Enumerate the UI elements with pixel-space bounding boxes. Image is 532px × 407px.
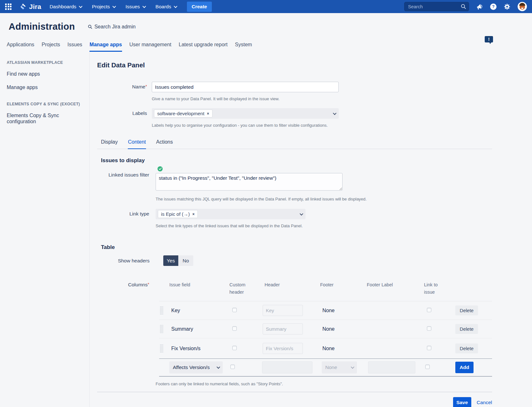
footer-value: None bbox=[320, 326, 366, 332]
jql-filter-textarea[interactable]: status in ("In Progress", "Under Test", … bbox=[156, 173, 343, 191]
footer-label-input-empty[interactable] bbox=[368, 361, 415, 373]
save-button[interactable]: Save bbox=[453, 397, 471, 407]
jira-logo[interactable]: Jira bbox=[19, 3, 41, 11]
chevron-down-icon bbox=[173, 4, 177, 8]
search-icon bbox=[88, 25, 92, 29]
toggle-yes[interactable]: Yes bbox=[163, 255, 178, 266]
jira-mark-icon bbox=[19, 3, 27, 11]
nav-dashboards[interactable]: Dashboards bbox=[50, 4, 81, 10]
delete-button[interactable]: Delete bbox=[455, 343, 478, 353]
required-asterisk: * bbox=[148, 282, 149, 287]
tab-user-management[interactable]: User management bbox=[129, 42, 172, 52]
drag-handle-icon[interactable] bbox=[160, 344, 163, 353]
feedback-icon[interactable]: ! bbox=[485, 36, 493, 42]
chevron-down-icon bbox=[217, 365, 220, 369]
link-type-chip: is Epic of (→) × bbox=[158, 210, 198, 218]
main-panel: Edit Data Panel Name* Give a name to you… bbox=[90, 52, 532, 407]
link-type-label: Link type bbox=[97, 209, 149, 228]
remove-chip-icon[interactable]: × bbox=[207, 111, 209, 116]
sidebar-heading-exocet: ELEMENTS COPY & SYNC (EXOCET) bbox=[7, 102, 84, 106]
settings-button[interactable] bbox=[504, 3, 511, 10]
gear-icon bbox=[504, 3, 511, 10]
columns-table: Issue field Custom header Header Footer … bbox=[159, 281, 492, 377]
table-heading: Table bbox=[97, 244, 492, 251]
labels-select[interactable]: software-development × bbox=[152, 108, 339, 119]
tab-display[interactable]: Display bbox=[101, 139, 118, 149]
footer-value: None bbox=[320, 308, 366, 313]
col-header-custom-header: Custom header bbox=[229, 281, 263, 296]
nav-boards[interactable]: Boards bbox=[156, 4, 176, 10]
issue-field-select[interactable]: Affects Version/s bbox=[169, 361, 223, 373]
tab-content[interactable]: Content bbox=[128, 139, 146, 149]
columns-header-row: Issue field Custom header Header Footer … bbox=[159, 281, 492, 301]
link-to-issue-checkbox[interactable] bbox=[425, 365, 430, 369]
linked-issues-filter-label: Linked issues filter bbox=[97, 166, 149, 201]
create-button[interactable]: Create bbox=[187, 2, 212, 12]
table-row: Summary None Delete bbox=[159, 320, 492, 338]
name-label: Name* bbox=[97, 82, 147, 101]
sidebar-item-manage-apps[interactable]: Manage apps bbox=[7, 84, 74, 90]
header-input-empty[interactable] bbox=[262, 361, 312, 373]
row-field-name: Summary bbox=[169, 326, 229, 332]
custom-header-checkbox[interactable] bbox=[232, 346, 237, 350]
cancel-link[interactable]: Cancel bbox=[477, 400, 492, 405]
chevron-down-icon bbox=[333, 111, 336, 115]
columns-label: Columns* bbox=[97, 281, 149, 377]
toggle-no[interactable]: No bbox=[178, 255, 193, 266]
admin-sidebar: ATLASSIAN MARKETPLACE Find new apps Mana… bbox=[0, 52, 90, 407]
help-button[interactable]: ? bbox=[490, 4, 497, 10]
labels-label: Labels bbox=[97, 108, 147, 128]
tab-projects[interactable]: Projects bbox=[42, 42, 60, 52]
remove-chip-icon[interactable]: × bbox=[192, 212, 195, 216]
row-field-name: Fix Version/s bbox=[169, 346, 229, 351]
footer-select[interactable]: None bbox=[322, 361, 357, 373]
chevron-down-icon bbox=[112, 4, 116, 8]
admin-header: Administration Search Jira admin ! bbox=[0, 13, 532, 32]
sidebar-item-exocet-configuration[interactable]: Elements Copy & Sync configuration bbox=[7, 112, 74, 124]
delete-button[interactable]: Delete bbox=[455, 324, 478, 334]
link-type-select[interactable]: is Epic of (→) × bbox=[156, 209, 305, 219]
header-input[interactable] bbox=[263, 343, 303, 354]
app-grid-icon[interactable] bbox=[5, 4, 12, 10]
tab-applications[interactable]: Applications bbox=[7, 42, 34, 52]
jql-filter-helper: The issues matching this JQL query will … bbox=[156, 197, 366, 201]
add-column-row: Affects Version/s None Add bbox=[159, 359, 492, 377]
nav-issues[interactable]: Issues bbox=[126, 4, 145, 10]
custom-header-checkbox[interactable] bbox=[232, 308, 237, 312]
tab-latest-upgrade-report[interactable]: Latest upgrade report bbox=[179, 42, 227, 52]
tab-system[interactable]: System bbox=[235, 42, 252, 52]
show-headers-label: Show headers bbox=[97, 255, 150, 266]
chevron-down-icon bbox=[142, 4, 146, 8]
header-input[interactable] bbox=[263, 305, 303, 316]
name-helper: Give a name to your Data Panel. It will … bbox=[152, 96, 339, 101]
megaphone-icon bbox=[475, 3, 484, 11]
navbar-search-input[interactable] bbox=[404, 2, 469, 11]
tab-manage-apps[interactable]: Manage apps bbox=[89, 42, 122, 52]
custom-header-checkbox[interactable] bbox=[230, 365, 235, 369]
labels-helper: Labels help you to organise your configu… bbox=[152, 123, 339, 128]
drag-handle-icon[interactable] bbox=[160, 325, 163, 333]
top-navbar: Jira Dashboards Projects Issues Boards C… bbox=[0, 0, 532, 13]
row-field-name: Key bbox=[169, 308, 229, 313]
drag-handle-icon[interactable] bbox=[160, 306, 163, 315]
tab-actions[interactable]: Actions bbox=[156, 139, 173, 149]
nav-projects[interactable]: Projects bbox=[92, 4, 115, 10]
sidebar-item-find-new-apps[interactable]: Find new apps bbox=[7, 71, 74, 77]
sidebar-heading-marketplace: ATLASSIAN MARKETPLACE bbox=[7, 60, 84, 65]
col-header-footer: Footer bbox=[320, 281, 366, 289]
name-input[interactable] bbox=[152, 82, 339, 92]
add-button[interactable]: Add bbox=[455, 362, 474, 373]
link-to-issue-checkbox[interactable] bbox=[427, 308, 431, 312]
valid-check-icon bbox=[158, 166, 163, 171]
delete-button[interactable]: Delete bbox=[455, 305, 478, 315]
link-to-issue-checkbox[interactable] bbox=[427, 346, 431, 350]
user-avatar[interactable] bbox=[518, 2, 527, 11]
announcements-button[interactable] bbox=[476, 4, 483, 10]
link-to-issue-checkbox[interactable] bbox=[427, 326, 431, 331]
col-header-issue-field: Issue field bbox=[169, 281, 229, 289]
header-input[interactable] bbox=[263, 323, 303, 335]
custom-header-checkbox[interactable] bbox=[232, 326, 237, 331]
search-icon bbox=[461, 4, 466, 9]
search-jira-admin[interactable]: Search Jira admin bbox=[88, 24, 135, 30]
tab-issues[interactable]: Issues bbox=[67, 42, 82, 52]
